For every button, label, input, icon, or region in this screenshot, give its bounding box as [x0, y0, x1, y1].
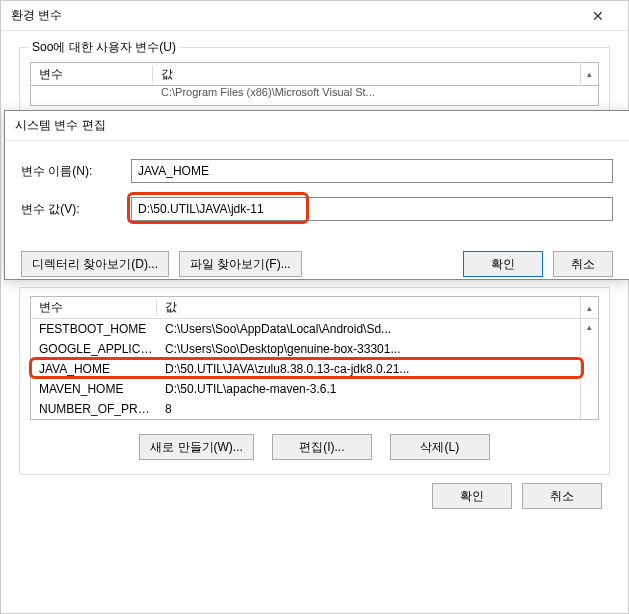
browse-dir-button[interactable]: 디렉터리 찾아보기(D)... — [21, 251, 169, 277]
dialog-titlebar: 시스템 변수 편집 — [5, 111, 629, 141]
edit-button[interactable]: 편집(I)... — [272, 434, 372, 460]
user-vars-legend: Soo에 대한 사용자 변수(U) — [28, 39, 180, 56]
scroll-up-icon[interactable]: ▴ — [580, 62, 598, 86]
main-title: 환경 변수 — [11, 7, 578, 24]
system-vars-header: 변수 값 ▴ — [31, 297, 598, 319]
close-icon[interactable]: ✕ — [578, 2, 618, 30]
user-col-value[interactable]: 값 — [153, 66, 580, 83]
system-vars-area: 변수 값 ▴ FESTBOOT_HOME C:\Users\Soo\AppDat… — [19, 287, 610, 475]
var-name: MAVEN_HOME — [31, 382, 157, 396]
var-value: D:\50.UTIL\apache-maven-3.6.1 — [157, 382, 580, 396]
var-name-field: 변수 이름(N): — [21, 159, 613, 183]
ok-button[interactable]: 확인 — [432, 483, 512, 509]
user-vars-header: 변수 값 ▴ — [30, 62, 599, 86]
edit-system-var-dialog: 시스템 변수 편집 변수 이름(N): 변수 값(V): 디렉터리 찾아보기(D… — [4, 110, 629, 280]
sys-col-value[interactable]: 값 — [157, 299, 598, 316]
table-row[interactable]: NUMBER_OF_PROC... 8 — [31, 399, 598, 419]
table-row-java-home[interactable]: JAVA_HOME D:\50.UTIL\JAVA\zulu8.38.0.13-… — [31, 359, 598, 379]
var-value-label: 변수 값(V): — [21, 201, 131, 218]
var-value: C:\Users\Soo\Desktop\genuine-box-33301..… — [157, 342, 580, 356]
var-value: D:\50.UTIL\JAVA\zulu8.38.0.13-ca-jdk8.0.… — [157, 362, 580, 376]
system-vars-buttons: 새로 만들기(W)... 편집(I)... 삭제(L) — [30, 434, 599, 460]
var-name: JAVA_HOME — [31, 362, 157, 376]
dialog-title: 시스템 변수 편집 — [15, 117, 619, 134]
footer-buttons: 확인 취소 — [1, 471, 628, 509]
var-value: C:\Users\Soo\AppData\Local\Android\Sd... — [157, 322, 580, 336]
system-vars-group: 변수 값 ▴ FESTBOOT_HOME C:\Users\Soo\AppDat… — [19, 287, 610, 475]
new-button[interactable]: 새로 만들기(W)... — [139, 434, 254, 460]
var-name-input[interactable] — [131, 159, 613, 183]
user-vars-group: Soo에 대한 사용자 변수(U) 변수 값 ▴ C:\Program File… — [19, 47, 610, 119]
var-value-field: 변수 값(V): — [21, 197, 613, 221]
scroll-up-icon[interactable]: ▴ — [580, 297, 598, 318]
user-col-variable[interactable]: 변수 — [31, 66, 153, 83]
cancel-button[interactable]: 취소 — [522, 483, 602, 509]
scrollbar[interactable]: ▴ — [580, 319, 598, 419]
var-name: FESTBOOT_HOME — [31, 322, 157, 336]
dialog-buttons: 디렉터리 찾아보기(D)... 파일 찾아보기(F)... 확인 취소 — [5, 245, 629, 283]
sys-col-variable[interactable]: 변수 — [31, 299, 157, 316]
var-name-label: 변수 이름(N): — [21, 163, 131, 180]
env-vars-window: 환경 변수 ✕ Soo에 대한 사용자 변수(U) 변수 값 ▴ C:\Prog… — [0, 0, 629, 614]
system-vars-list: 변수 값 ▴ FESTBOOT_HOME C:\Users\Soo\AppDat… — [30, 296, 599, 420]
system-vars-body: FESTBOOT_HOME C:\Users\Soo\AppData\Local… — [31, 319, 598, 419]
var-value-input[interactable] — [131, 197, 613, 221]
dialog-ok-button[interactable]: 확인 — [463, 251, 543, 277]
user-row-truncated[interactable]: C:\Program Files (x86)\Microsoft Visual … — [30, 86, 599, 106]
footer-area: 확인 취소 — [1, 471, 628, 509]
table-row[interactable]: MAVEN_HOME D:\50.UTIL\apache-maven-3.6.1 — [31, 379, 598, 399]
dialog-cancel-button[interactable]: 취소 — [553, 251, 613, 277]
var-name: NUMBER_OF_PROC... — [31, 402, 157, 416]
var-value: 8 — [157, 402, 580, 416]
main-titlebar: 환경 변수 ✕ — [1, 1, 628, 31]
table-row[interactable]: FESTBOOT_HOME C:\Users\Soo\AppData\Local… — [31, 319, 598, 339]
table-row[interactable]: GOOGLE_APPLICA... C:\Users\Soo\Desktop\g… — [31, 339, 598, 359]
delete-button[interactable]: 삭제(L) — [390, 434, 490, 460]
browse-file-button[interactable]: 파일 찾아보기(F)... — [179, 251, 302, 277]
dialog-body: 변수 이름(N): 변수 값(V): — [5, 141, 629, 245]
var-name: GOOGLE_APPLICA... — [31, 342, 157, 356]
